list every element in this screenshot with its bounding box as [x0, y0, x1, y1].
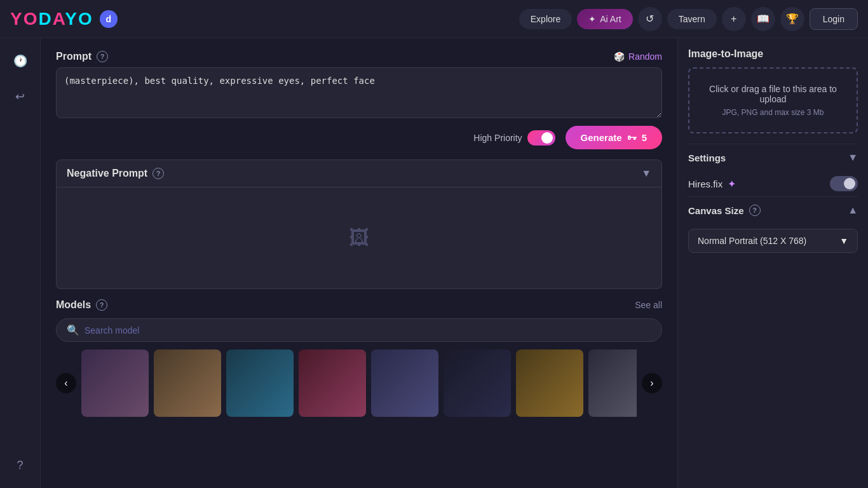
canvas-chevron-up[interactable]: ▲: [848, 205, 858, 216]
models-header: Models ? See all: [56, 299, 662, 311]
logo: YODAYO d: [10, 9, 118, 29]
models-help-icon[interactable]: ?: [96, 299, 107, 311]
bookmark-icon: 📖: [757, 13, 770, 25]
img2img-title: Image-to-Image: [688, 48, 858, 60]
prompt-textarea[interactable]: (masterpiece), best quality, expressive …: [56, 67, 662, 118]
model-card[interactable]: [516, 349, 583, 417]
search-icon: 🔍: [67, 324, 79, 336]
search-model-container: 🔍: [56, 318, 662, 342]
trophy-button[interactable]: 🏆: [780, 7, 804, 31]
model-card[interactable]: [299, 349, 366, 417]
undo-icon: ↩: [15, 90, 25, 104]
img2img-section: Image-to-Image Click or drag a file to t…: [688, 48, 858, 133]
explore-button[interactable]: Explore: [519, 9, 572, 29]
see-all-button[interactable]: See all: [635, 300, 662, 310]
discord-badge[interactable]: d: [100, 10, 118, 28]
model-cards: [81, 349, 637, 417]
nav-buttons: Explore ✦ Ai Art ↺ Tavern + 📖 🏆 Login: [519, 7, 858, 31]
key-icon: 🗝: [627, 132, 637, 143]
logo-text: YODAYO: [10, 9, 93, 29]
negative-prompt-header[interactable]: Negative Prompt ? ▼: [56, 159, 662, 187]
models-section: Models ? See all 🔍 ‹: [56, 299, 662, 417]
sidebar-help-button[interactable]: ?: [8, 452, 33, 478]
upload-area-subtitle: JPG, PNG and max size 3 Mb: [700, 108, 846, 117]
high-priority-toggle[interactable]: [527, 130, 555, 146]
navbar: YODAYO d Explore ✦ Ai Art ↺ Tavern + 📖 🏆…: [0, 0, 868, 38]
random-button[interactable]: 🎲 Random: [614, 51, 662, 62]
models-carousel: ‹ ›: [56, 349, 662, 417]
prompt-help-icon[interactable]: ?: [97, 51, 108, 62]
canvas-size-value: Normal Portrait (512 X 768): [698, 236, 806, 246]
generate-cost: 5: [642, 132, 647, 143]
prompt-actions: High Priority Generate 🗝 5: [56, 126, 662, 149]
hires-text: Hires.fix: [688, 179, 722, 189]
canvas-size-title: Canvas Size ?: [688, 205, 761, 216]
hires-label: Hires.fix ✦: [688, 178, 736, 190]
chevron-up-icon: ▲: [848, 205, 858, 215]
tavern-label: Tavern: [679, 14, 705, 24]
login-button[interactable]: Login: [810, 8, 858, 30]
negative-prompt-help-icon[interactable]: ?: [153, 168, 164, 179]
sparkle-icon: ✦: [728, 178, 736, 190]
ai-art-label: Ai Art: [600, 14, 621, 24]
canvas-help-icon[interactable]: ?: [749, 205, 761, 216]
model-card[interactable]: [154, 349, 221, 417]
canvas-select-chevron-icon: ▼: [839, 236, 848, 246]
settings-section: Settings ▼ Hires.fix ✦ Canvas Size ?: [688, 144, 858, 253]
model-card[interactable]: [588, 349, 637, 417]
search-model-input[interactable]: [85, 325, 651, 336]
sidebar-undo-button[interactable]: ↩: [8, 84, 33, 109]
plus-icon: +: [731, 13, 736, 25]
clock-icon: 🕐: [13, 54, 27, 68]
main-content: 🕐 ↩ ? Prompt ? 🎲 Random (mas: [0, 38, 868, 488]
upload-area-title: Click or drag a file to this area to upl…: [700, 84, 846, 104]
prompt-section: Prompt ? 🎲 Random (masterpiece), best qu…: [56, 51, 662, 149]
negative-prompt-body: 🖼: [56, 187, 662, 289]
left-sidebar: 🕐 ↩ ?: [0, 38, 41, 488]
hires-fix-row: Hires.fix ✦: [688, 171, 858, 196]
model-card[interactable]: [226, 349, 294, 417]
chevron-left-icon: ‹: [64, 377, 67, 389]
high-priority-label: High Priority: [473, 133, 522, 143]
negative-prompt-section: Negative Prompt ? ▼ 🖼: [56, 159, 662, 289]
carousel-next-button[interactable]: ›: [642, 373, 662, 393]
chevron-down-settings-icon: ▼: [848, 152, 858, 163]
settings-title: Settings: [688, 152, 726, 163]
models-label: Models: [56, 299, 91, 311]
center-panel: Prompt ? 🎲 Random (masterpiece), best qu…: [41, 38, 677, 488]
negative-prompt-chevron[interactable]: ▼: [641, 168, 651, 179]
random-cube-icon: 🎲: [614, 51, 625, 62]
random-label: Random: [628, 51, 662, 62]
prompt-label: Prompt: [56, 51, 92, 62]
image-placeholder-icon: 🖼: [349, 226, 369, 250]
bookmark-button[interactable]: 📖: [751, 7, 775, 31]
sidebar-history-button[interactable]: 🕐: [8, 48, 33, 74]
canvas-size-select[interactable]: Normal Portrait (512 X 768) ▼: [688, 229, 858, 253]
canvas-size-label: Canvas Size: [688, 205, 744, 216]
question-icon: ?: [17, 459, 23, 472]
sparkle-nav-icon: ✦: [588, 14, 596, 24]
prompt-title: Prompt ?: [56, 51, 108, 62]
settings-row: Settings ▼: [688, 144, 858, 171]
settings-chevron[interactable]: ▼: [848, 152, 858, 163]
model-card[interactable]: [81, 349, 149, 417]
model-card[interactable]: [371, 349, 438, 417]
history-button[interactable]: ↺: [638, 7, 662, 31]
negative-prompt-label: Negative Prompt: [67, 168, 147, 179]
add-button[interactable]: +: [722, 7, 746, 31]
generate-button[interactable]: Generate 🗝 5: [566, 126, 662, 149]
models-title: Models ?: [56, 299, 107, 311]
carousel-prev-button[interactable]: ‹: [56, 373, 76, 393]
hires-fix-toggle[interactable]: [830, 176, 858, 191]
trophy-icon: 🏆: [786, 13, 799, 25]
tavern-button[interactable]: Tavern: [667, 9, 717, 29]
history-icon: ↺: [646, 13, 654, 25]
ai-art-button[interactable]: ✦ Ai Art: [577, 9, 632, 29]
upload-area[interactable]: Click or drag a file to this area to upl…: [688, 67, 858, 133]
chevron-right-icon: ›: [650, 377, 653, 389]
model-card[interactable]: [444, 349, 511, 417]
canvas-size-row: Canvas Size ? ▲: [688, 196, 858, 224]
right-sidebar: Image-to-Image Click or drag a file to t…: [677, 38, 868, 488]
generate-label: Generate: [581, 132, 622, 143]
high-priority-container: High Priority: [473, 130, 555, 146]
